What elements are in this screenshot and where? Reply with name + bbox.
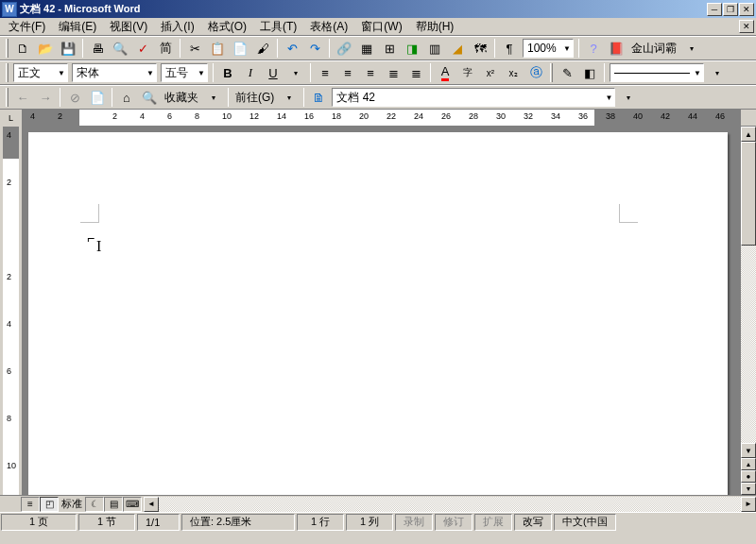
subscript-button[interactable]: x₂ (503, 62, 524, 83)
preview-button[interactable]: 🔍 (110, 38, 130, 59)
justify-button[interactable]: ≣ (383, 62, 404, 83)
refresh-button[interactable]: 📄 (87, 87, 108, 108)
toolbar-handle[interactable] (6, 88, 9, 107)
minimize-button[interactable]: ─ (707, 3, 722, 16)
status-rec[interactable]: 录制 (395, 514, 433, 531)
align-right-button[interactable]: ≡ (360, 62, 381, 83)
scroll-down-button[interactable]: ▼ (741, 443, 756, 458)
doc-close-button[interactable]: ✕ (739, 20, 754, 33)
bold-button[interactable]: B (217, 62, 238, 83)
draw-button[interactable]: ✎ (557, 62, 577, 83)
toolbar-handle[interactable] (6, 63, 9, 82)
web-view-button[interactable]: ◰ (40, 497, 59, 512)
undo-button[interactable]: ↶ (282, 38, 302, 59)
go-label[interactable]: 前往(G) (232, 90, 278, 106)
phonetic-button[interactable]: ⓐ (525, 62, 546, 83)
print-view-button[interactable]: ☾ (85, 497, 104, 512)
help-button[interactable]: ? (583, 38, 604, 59)
master-view-button[interactable]: ⌨ (123, 497, 142, 512)
status-ext[interactable]: 扩展 (474, 514, 512, 531)
underline-more-button[interactable]: ▾ (285, 62, 306, 83)
go-menu-button[interactable]: ▾ (279, 87, 300, 108)
toolbar-handle[interactable] (6, 39, 9, 58)
align-left-button[interactable]: ≡ (315, 62, 335, 83)
fav-menu-button[interactable]: ▾ (203, 87, 224, 108)
line-style-dropdown[interactable]: ▼ (610, 63, 704, 82)
underline-button[interactable]: U (263, 62, 284, 83)
forward-button[interactable]: → (35, 87, 56, 108)
back-button[interactable]: ← (12, 87, 33, 108)
browse-object-button[interactable]: ● (741, 470, 756, 483)
search-button[interactable]: 🔍 (139, 87, 160, 108)
page-container[interactable]: ⌐ I (23, 127, 741, 495)
normal-view-button[interactable]: ≡ (21, 497, 40, 512)
fav-label[interactable]: 收藏夹 (161, 90, 202, 106)
superscript-button[interactable]: x² (480, 62, 501, 83)
next-page-button[interactable]: ▼ (741, 483, 756, 495)
style-dropdown[interactable]: 正文▼ (13, 63, 68, 82)
scroll-left-button[interactable]: ◄ (144, 497, 159, 512)
menu-window[interactable]: 窗口(W) (354, 17, 408, 37)
format-painter-button[interactable]: 🖌 (252, 38, 273, 59)
status-ovr[interactable]: 改写 (514, 514, 552, 531)
menu-help[interactable]: 帮助(H) (409, 17, 461, 37)
more-button[interactable]: ▾ (707, 62, 728, 83)
scroll-up-button[interactable]: ▲ (741, 127, 756, 142)
excel-button[interactable]: ◨ (402, 38, 422, 59)
erase-button[interactable]: ◧ (579, 62, 600, 83)
open-button[interactable]: 📂 (35, 38, 56, 59)
copy-button[interactable]: 📋 (207, 38, 228, 59)
tab-selector[interactable]: L (0, 110, 23, 127)
stop-button[interactable]: ⊘ (64, 87, 85, 108)
horizontal-ruler[interactable]: 4224681012141618202224262830323436384042… (23, 110, 741, 126)
italic-button[interactable]: I (240, 62, 261, 83)
menu-edit[interactable]: 编辑(E) (52, 17, 103, 37)
restore-button[interactable]: ❐ (723, 3, 738, 16)
new-button[interactable]: 🗋 (12, 38, 33, 59)
outline-view-button[interactable]: ▤ (104, 497, 123, 512)
status-lang[interactable]: 中文(中国 (554, 514, 616, 531)
horizontal-scrollbar[interactable]: ◄ ► (144, 497, 756, 512)
print-button[interactable]: 🖶 (87, 38, 108, 59)
paste-button[interactable]: 📄 (230, 38, 250, 59)
doc-icon-button[interactable]: 🗎 (308, 87, 329, 108)
scroll-thumb[interactable] (741, 142, 756, 246)
align-center-button[interactable]: ≡ (337, 62, 358, 83)
distribute-button[interactable]: ≣ (405, 62, 426, 83)
more-button[interactable]: ▾ (681, 38, 702, 59)
size-dropdown[interactable]: 五号▼ (161, 63, 208, 82)
address-dropdown[interactable]: 文档 42▼ (332, 88, 615, 107)
insert-table-button[interactable]: ⊞ (379, 38, 400, 59)
vertical-ruler[interactable]: 42246810 (0, 127, 23, 495)
hyperlink-button[interactable]: 🔗 (334, 38, 354, 59)
chinese-button[interactable]: 简 (155, 38, 176, 59)
cut-button[interactable]: ✂ (184, 38, 205, 59)
menu-tools[interactable]: 工具(T) (253, 17, 303, 37)
save-button[interactable]: 💾 (58, 38, 78, 59)
vertical-scrollbar[interactable]: ▲ ▼ ▲ ● ▼ (741, 127, 756, 495)
tables-button[interactable]: ▦ (356, 38, 377, 59)
close-button[interactable]: ✕ (739, 3, 754, 16)
drawing-button[interactable]: ◢ (447, 38, 468, 59)
dict-button[interactable]: 📕 (606, 38, 627, 59)
columns-button[interactable]: ▥ (424, 38, 445, 59)
menu-format[interactable]: 格式(O) (201, 17, 253, 37)
status-rev[interactable]: 修订 (435, 514, 472, 531)
spell-button[interactable]: ✓ (132, 38, 153, 59)
char-scale-button[interactable]: 字 (457, 62, 478, 83)
zoom-dropdown[interactable]: 100%▼ (523, 39, 574, 58)
font-color-button[interactable]: A (435, 62, 455, 83)
scroll-right-button[interactable]: ► (741, 497, 756, 512)
redo-button[interactable]: ↷ (304, 38, 325, 59)
home-button[interactable]: ⌂ (116, 87, 137, 108)
show-button[interactable]: ¶ (499, 38, 520, 59)
menu-view[interactable]: 视图(V) (103, 17, 154, 37)
page[interactable]: ⌐ I (28, 132, 728, 495)
menu-file[interactable]: 文件(F) (2, 17, 52, 37)
more-button[interactable]: ▾ (618, 87, 639, 108)
hscroll-track[interactable] (159, 497, 741, 512)
menu-table[interactable]: 表格(A) (303, 17, 354, 37)
scroll-track[interactable] (741, 142, 756, 443)
toolbar-handle[interactable] (550, 63, 553, 82)
prev-page-button[interactable]: ▲ (741, 458, 756, 470)
